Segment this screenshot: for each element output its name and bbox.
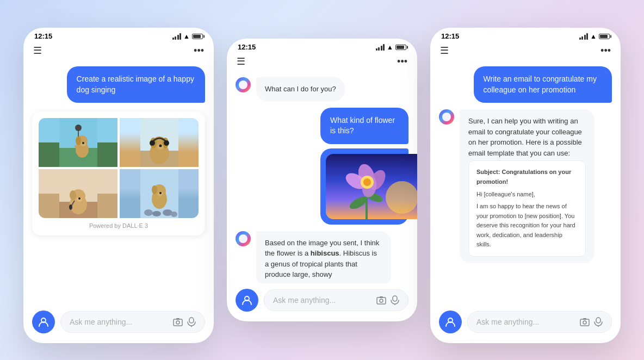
- time-left: 12:15: [34, 32, 52, 40]
- svg-point-3: [75, 125, 82, 131]
- svg-point-18: [150, 140, 155, 146]
- status-icons-right: ▲: [579, 33, 610, 40]
- flower-svg: [326, 154, 417, 219]
- avatar-button-center[interactable]: [236, 289, 258, 312]
- status-icons-left: ▲: [172, 33, 203, 40]
- menu-icon-center[interactable]: ☰: [237, 55, 245, 67]
- svg-point-19: [164, 140, 169, 146]
- input-icons-right: [580, 317, 603, 327]
- svg-point-59: [380, 299, 383, 302]
- camera-icon-left[interactable]: [173, 317, 183, 327]
- more-icon-right[interactable]: •••: [600, 45, 611, 57]
- menu-icon[interactable]: ☰: [33, 45, 42, 57]
- input-bar-right[interactable]: Ask me anything...: [467, 311, 612, 333]
- user-message-center: What kind of flower is this?: [320, 108, 408, 144]
- svg-point-56: [363, 178, 371, 186]
- ai-response-text-right: Sure, I can help you with writing an ema…: [460, 109, 595, 263]
- svg-rect-61: [393, 296, 397, 301]
- chat-area-left: Create a realistic image of a happy dog …: [23, 61, 214, 305]
- bottom-bar-left: Ask me anything...: [23, 305, 214, 343]
- dog-image-3: [39, 169, 117, 218]
- svg-rect-58: [377, 297, 386, 304]
- mic-icon-right[interactable]: [594, 317, 603, 327]
- dog-image-1: [39, 118, 117, 167]
- phone-left: 12:15 ▲ ☰ ••• Create a realistic image o…: [23, 28, 214, 343]
- user-message-left: Create a realistic image of a happy dog …: [67, 66, 205, 103]
- time-right: 12:15: [441, 32, 459, 40]
- phone-center: 12:15 ▲ ☰ ••• What can I do for you?: [227, 39, 417, 321]
- svg-point-38: [159, 192, 162, 194]
- svg-rect-67: [596, 318, 600, 323]
- svg-point-30: [144, 209, 153, 216]
- flower-image-bubble: [320, 148, 408, 225]
- user-message-right: Write an email to congratulate my collea…: [474, 66, 612, 103]
- svg-point-8: [82, 142, 84, 144]
- bottom-bar-center: Ask me anything...: [227, 283, 417, 321]
- chat-area-center: What can I do for you? What kind of flow…: [227, 72, 417, 283]
- svg-point-6: [76, 136, 81, 145]
- more-icon[interactable]: •••: [194, 45, 204, 57]
- image-grid: [39, 118, 199, 218]
- battery-icon-right: [599, 34, 610, 39]
- user-message-center-group: What kind of flower is this?: [298, 108, 408, 225]
- svg-rect-64: [580, 319, 589, 326]
- camera-icon-right[interactable]: [580, 317, 590, 327]
- svg-point-24: [70, 190, 76, 200]
- status-icons-center: ▲: [376, 44, 406, 51]
- svg-rect-43: [176, 318, 179, 320]
- mic-icon-center[interactable]: [391, 295, 399, 305]
- wifi-icon-center: ▲: [387, 44, 393, 51]
- signal-icon-center: [376, 44, 385, 51]
- input-bar-left[interactable]: Ask me anything...: [60, 311, 205, 333]
- battery-icon: [192, 34, 203, 39]
- svg-rect-60: [380, 296, 383, 298]
- svg-point-42: [176, 321, 179, 324]
- ai-avatar-center: [236, 77, 251, 92]
- dog-image-2: [120, 118, 199, 167]
- signal-icon-right: [579, 33, 589, 40]
- svg-point-33: [171, 212, 177, 217]
- input-icons-left: [173, 317, 196, 327]
- image-grid-container: Powered by DALL·E 3: [32, 111, 205, 235]
- headset-icon-center: [241, 294, 253, 306]
- mic-icon-left[interactable]: [187, 317, 196, 327]
- menu-icon-right[interactable]: ☰: [440, 45, 449, 57]
- input-placeholder-left: Ask me anything...: [70, 318, 169, 326]
- nav-bar-center: ☰ •••: [227, 53, 417, 72]
- more-icon-center[interactable]: •••: [397, 56, 407, 67]
- avatar-button-left[interactable]: [32, 311, 55, 333]
- ai-avatar-center-2: [236, 231, 251, 246]
- camera-icon-center[interactable]: [376, 295, 386, 305]
- signal-icon: [172, 33, 182, 40]
- ai-response-text-center: Based on the image you sent, I think the…: [256, 231, 391, 283]
- svg-point-26: [78, 197, 81, 200]
- ai-response-right: Sure, I can help you with writing an ema…: [439, 109, 595, 263]
- email-body: I am so happy to hear the news of your p…: [476, 202, 578, 250]
- status-bar-right: 12:15 ▲: [430, 28, 621, 42]
- headset-icon-left: [38, 316, 49, 328]
- svg-point-47: [386, 181, 417, 214]
- ai-response-center: Based on the image you sent, I think the…: [236, 231, 391, 283]
- status-bar-center: 12:15 ▲: [227, 39, 417, 53]
- avatar-button-right[interactable]: [439, 311, 462, 333]
- svg-point-65: [583, 321, 586, 324]
- status-bar-left: 12:15 ▲: [23, 28, 214, 42]
- ai-greeting-text: What can I do for you?: [256, 77, 345, 101]
- svg-rect-44: [189, 318, 194, 323]
- headset-icon-right: [444, 316, 456, 328]
- input-bar-center[interactable]: Ask me anything...: [264, 289, 408, 311]
- input-icons-center: [376, 295, 399, 305]
- battery-icon-center: [395, 45, 406, 50]
- nav-bar-right: ☰ •••: [430, 42, 621, 61]
- phone-right: 12:15 ▲ ☰ ••• Write an email to congratu…: [430, 28, 621, 343]
- powered-by-label: Powered by DALL·E 3: [39, 222, 199, 229]
- bottom-bar-right: Ask me anything...: [430, 305, 621, 343]
- chat-area-right: Write an email to congratulate my collea…: [430, 61, 621, 305]
- svg-point-31: [152, 211, 161, 216]
- svg-rect-66: [583, 318, 586, 320]
- flower-image: [326, 154, 417, 219]
- dog-image-4: [120, 169, 199, 218]
- ai-greeting-bubble: What can I do for you?: [236, 77, 391, 101]
- svg-point-28: [69, 204, 72, 210]
- wifi-icon-right: ▲: [590, 33, 597, 40]
